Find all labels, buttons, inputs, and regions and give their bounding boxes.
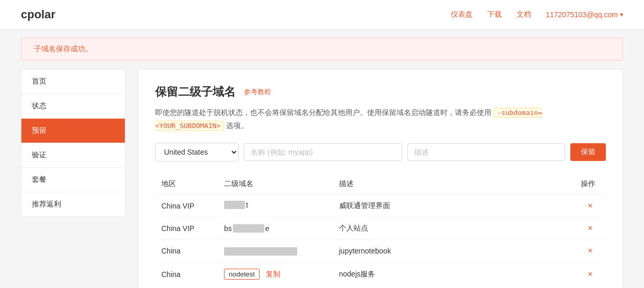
region-cell: China VIP xyxy=(155,194,218,217)
region-select[interactable]: United States China China VIP xyxy=(155,143,239,162)
sidebar-item-status[interactable]: 状态 xyxy=(21,94,125,119)
content-header: 保留二级子域名 参考教程 xyxy=(155,84,606,100)
delete-button[interactable]: × xyxy=(588,246,592,256)
subdomain-cell: t xyxy=(218,194,333,217)
table-row: China VIP t 威联通管理界面 × xyxy=(155,194,606,217)
sidebar-item-verify[interactable]: 验证 xyxy=(21,143,125,168)
sidebar-item-reserve[interactable]: 预留 xyxy=(21,119,125,143)
action-cell: × xyxy=(575,240,606,262)
copy-button[interactable]: 复制 xyxy=(266,270,280,278)
user-email[interactable]: 1172075103@qq.com xyxy=(546,10,623,19)
nodetest-badge: nodetest xyxy=(224,269,260,280)
col-header-desc: 描述 xyxy=(333,174,575,194)
subdomain-table: 地区 二级域名 描述 操作 China VIP t 威联通管理界 xyxy=(155,174,606,286)
sidebar-item-home[interactable]: 首页 xyxy=(21,70,125,94)
col-header-region: 地区 xyxy=(155,174,218,194)
description: 即使您的隧道处于脱机状态，也不会将保留域名分配给其他用户。使用保留域名启动隧道时… xyxy=(155,106,606,132)
tutorial-link[interactable]: 参考教程 xyxy=(244,87,271,97)
action-cell: × xyxy=(575,262,606,286)
desc-cell: jupyternotebook xyxy=(333,240,575,262)
col-header-subdomain: 二级域名 xyxy=(218,174,333,194)
action-cell: × xyxy=(575,194,606,217)
desc-cell: nodejs服务 xyxy=(333,262,575,286)
save-button[interactable]: 保留 xyxy=(570,143,606,161)
nav-dashboard[interactable]: 仪表盘 xyxy=(451,10,473,19)
desc-cell: 威联通管理界面 xyxy=(333,194,575,217)
desc-input[interactable] xyxy=(407,143,566,161)
delete-button[interactable]: × xyxy=(588,224,592,233)
desc-text-2: 选项。 xyxy=(226,121,248,130)
table-row: China nodetest 复制 nodejs服务 × xyxy=(155,262,606,286)
delete-button[interactable]: × xyxy=(588,201,592,211)
desc-cell: 个人站点 xyxy=(333,217,575,240)
action-cell: × xyxy=(575,217,606,240)
subdomain-cell xyxy=(218,240,333,262)
sidebar-item-plans[interactable]: 套餐 xyxy=(21,168,125,192)
main-content: 首页 状态 预留 验证 套餐 推荐返利 保留二级子域名 参考教程 即使您的隧道处… xyxy=(21,69,623,288)
alert-success: 子域名保存成功。 xyxy=(21,38,623,61)
col-header-action: 操作 xyxy=(575,174,606,194)
table-row: China VIP bs e 个人站点 × xyxy=(155,217,606,240)
delete-button[interactable]: × xyxy=(588,270,592,279)
subdomain-cell: bs e xyxy=(218,217,333,240)
name-input[interactable] xyxy=(244,143,402,161)
header: cpolar 仪表盘 下载 文档 1172075103@qq.com xyxy=(0,0,644,29)
header-nav: 仪表盘 下载 文档 1172075103@qq.com xyxy=(451,10,623,19)
region-cell: China xyxy=(155,240,218,262)
subdomain-cell: nodetest 复制 xyxy=(218,262,333,286)
page-title: 保留二级子域名 xyxy=(155,84,236,100)
table-row: China jupyternotebook × xyxy=(155,240,606,262)
nav-download[interactable]: 下载 xyxy=(487,10,502,19)
desc-text-1: 即使您的隧道处于脱机状态，也不会将保留域名分配给其他用户。使用保留域名启动隧道时… xyxy=(155,108,491,117)
alert-message: 子域名保存成功。 xyxy=(34,44,92,53)
form-row: United States China China VIP 保留 xyxy=(155,143,606,162)
region-cell: China VIP xyxy=(155,217,218,240)
sidebar: 首页 状态 预留 验证 套餐 推荐返利 xyxy=(21,69,125,217)
sidebar-item-referral[interactable]: 推荐返利 xyxy=(21,192,125,216)
logo: cpolar xyxy=(21,8,55,21)
content-area: 保留二级子域名 参考教程 即使您的隧道处于脱机状态，也不会将保留域名分配给其他用… xyxy=(138,69,623,288)
region-cell: China xyxy=(155,262,218,286)
nav-docs[interactable]: 文档 xyxy=(517,10,531,19)
